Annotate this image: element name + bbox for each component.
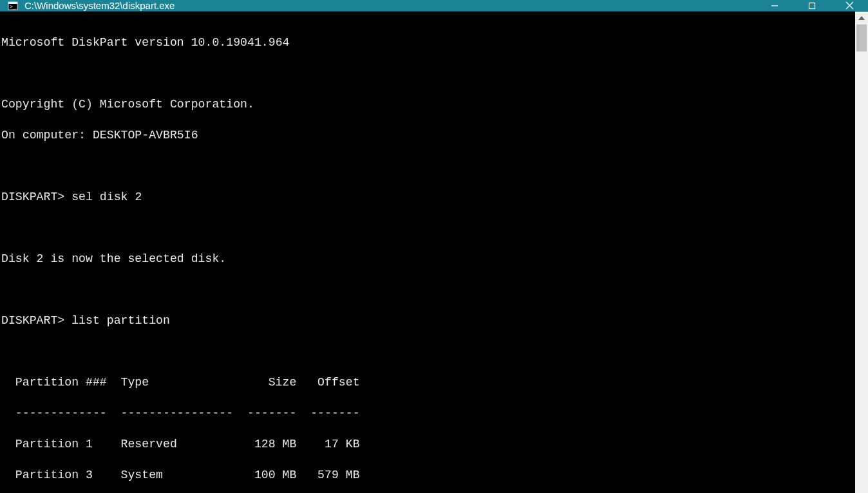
table-row: Partition 1Reserved128 MB17 KB [1,436,855,452]
col-type: Type [121,375,241,390]
scroll-thumb[interactable] [856,24,867,51]
cell-partition: Partition 3 [15,467,121,483]
cell-offset: 579 MB [303,467,366,483]
minimize-button[interactable] [756,0,793,11]
cell-size: 128 MB [240,436,303,452]
cell-size: 100 MB [240,467,303,483]
cell-type: Reserved [121,436,241,452]
prompt-line: DISKPART> sel disk 2 [1,189,855,205]
table-divider: ----------------------------------------… [1,405,855,421]
col-offset: Offset [303,375,366,390]
output-line [1,282,855,297]
prompt: DISKPART> [1,314,64,327]
output-line: Disk 2 is now the selected disk. [1,251,855,266]
table-row: Partition 3System100 MB579 MB [1,467,855,483]
terminal-area: Microsoft DiskPart version 10.0.19041.96… [0,11,868,493]
command-input: sel disk 2 [64,191,142,203]
cell-type: System [121,467,241,483]
maximize-button[interactable] [793,0,831,11]
output-line [1,158,855,174]
col-size: Size [240,375,303,390]
col-partition: Partition ### [15,375,121,390]
output-line [1,344,855,359]
table-header: Partition ###TypeSizeOffset [1,375,855,390]
svg-marker-7 [858,16,865,20]
console-window: >_ C:\Windows\system32\diskpart.exe Micr… [0,0,868,493]
output-line [1,220,855,236]
output-line: Copyright (C) Microsoft Corporation. [1,97,855,112]
window-controls [756,0,868,11]
close-button[interactable] [831,0,868,11]
vertical-scrollbar[interactable] [855,12,868,493]
output-line: Microsoft DiskPart version 10.0.19041.96… [1,35,855,50]
command-input: list partition [64,314,170,327]
svg-rect-4 [809,3,815,8]
svg-text:>_: >_ [10,4,16,10]
scroll-up-button[interactable] [855,12,868,24]
app-icon: >_ [8,1,18,11]
window-title: C:\Windows\system32\diskpart.exe [24,0,756,11]
terminal-output[interactable]: Microsoft DiskPart version 10.0.19041.96… [0,12,855,493]
cell-partition: Partition 1 [15,436,121,452]
titlebar[interactable]: >_ C:\Windows\system32\diskpart.exe [0,0,868,11]
prompt-line: DISKPART> list partition [1,313,855,328]
cell-offset: 17 KB [303,436,366,452]
output-line [1,66,855,81]
output-line: On computer: DESKTOP-AVBR5I6 [1,127,855,143]
prompt: DISKPART> [1,191,64,203]
